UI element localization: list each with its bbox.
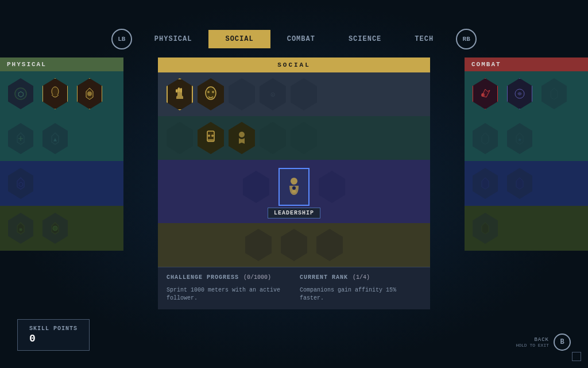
center-badge-2-3[interactable] — [229, 122, 255, 154]
challenge-col: CHALLENGE PROGRESS (0/1000) Sprint 1000 … — [167, 274, 288, 302]
svg-rect-23 — [180, 88, 182, 93]
rank-value: (1/4) — [353, 274, 370, 281]
svg-point-30 — [208, 135, 210, 137]
center-badge-1-4[interactable]: ⊙ — [260, 78, 286, 110]
left-badge-2-2[interactable]: ▲ — [40, 121, 70, 156]
back-sublabel: HOLD TO EXIT — [516, 343, 549, 348]
back-text: BACK HOLD TO EXIT — [516, 337, 549, 348]
center-badge-3-3[interactable] — [319, 171, 345, 203]
tab-physical[interactable]: PHYSICAL — [138, 30, 209, 48]
svg-point-31 — [211, 135, 214, 137]
right-badge-1-3[interactable] — [539, 76, 569, 112]
center-badge-2-5[interactable] — [291, 122, 317, 154]
svg-point-33 — [239, 132, 245, 137]
svg-marker-15 — [551, 88, 558, 99]
rank-label: CURRENT RANK — [300, 274, 348, 281]
left-badge-4-2[interactable] — [40, 210, 70, 246]
right-row-3 — [465, 161, 588, 206]
tab-social[interactable]: SOCIAL — [208, 30, 270, 48]
skill-points-panel: SKILL POINTS 0 — [17, 319, 90, 351]
right-badge-2-1[interactable] — [470, 121, 500, 156]
right-panel-header: COMBAT — [465, 57, 588, 71]
leadership-badge[interactable]: LEADERSHIP — [278, 168, 310, 206]
svg-text:⊙: ⊙ — [270, 90, 276, 99]
center-badge-4-1[interactable] — [245, 229, 272, 261]
svg-point-2 — [52, 87, 59, 96]
right-badge-3-1[interactable] — [470, 166, 500, 201]
tab-science[interactable]: SCIENCE — [332, 30, 398, 48]
tab-tech[interactable]: TECH — [398, 30, 450, 48]
back-button-area: BACK HOLD TO EXIT B — [516, 334, 571, 351]
svg-marker-21 — [482, 223, 489, 234]
right-badge-1-1[interactable] — [470, 76, 500, 112]
center-badge-1-1[interactable] — [167, 78, 193, 110]
skill-tooltip: LEADERSHIP — [268, 208, 320, 218]
svg-rect-32 — [208, 139, 214, 141]
svg-point-26 — [207, 91, 210, 93]
center-row-3: LEADERSHIP — [158, 160, 430, 223]
rb-button[interactable]: RB — [456, 29, 477, 49]
lb-button[interactable]: LB — [111, 29, 132, 49]
center-badge-1-3[interactable] — [229, 78, 255, 110]
center-badge-3-1[interactable] — [243, 171, 269, 203]
center-badge-2-1[interactable] — [167, 122, 193, 154]
svg-marker-20 — [516, 178, 523, 189]
info-panel: CHALLENGE PROGRESS (0/1000) Sprint 1000 … — [158, 267, 430, 309]
small-square-button[interactable] — [572, 352, 581, 361]
right-badge-2-2[interactable]: ★ — [505, 121, 535, 156]
skill-points-label: SKILL POINTS — [29, 325, 78, 332]
left-badge-2-1[interactable] — [6, 121, 36, 156]
left-row-2: ▲ — [0, 116, 123, 161]
right-badge-1-2[interactable] — [505, 76, 535, 112]
center-badge-2-4[interactable] — [260, 122, 286, 154]
svg-point-34 — [291, 178, 297, 185]
right-badge-3-2[interactable] — [505, 166, 535, 201]
center-row-1: ⊙ — [158, 72, 430, 116]
svg-marker-19 — [482, 178, 489, 189]
svg-text:❋: ❋ — [19, 226, 23, 233]
center-badge-4-2[interactable] — [281, 229, 307, 261]
right-row-1 — [465, 71, 588, 116]
right-badge-4-1[interactable] — [470, 210, 500, 246]
left-row-4: ❋ — [0, 206, 123, 251]
left-panel: PHYSICAL ⬡ ▲ — [0, 57, 123, 251]
top-navigation: LB PHYSICAL SOCIAL COMBAT SCIENCE TECH R… — [87, 29, 501, 49]
skill-points-value: 0 — [29, 333, 78, 344]
center-panel: SOCIAL ⊙ — [158, 57, 430, 309]
svg-point-12 — [53, 226, 57, 231]
skill-tabs: PHYSICAL SOCIAL COMBAT SCIENCE TECH — [138, 30, 450, 48]
left-panel-header: PHYSICAL — [0, 57, 123, 71]
center-badge-1-2[interactable] — [198, 78, 224, 110]
left-badge-1-2[interactable] — [40, 76, 70, 112]
svg-point-35 — [292, 186, 296, 190]
challenge-label: CHALLENGE PROGRESS — [167, 274, 239, 281]
svg-point-27 — [212, 91, 214, 93]
right-row-4 — [465, 206, 588, 251]
left-row-1: ⬡ — [0, 71, 123, 116]
center-row-2 — [158, 116, 430, 160]
center-badge-2-2[interactable] — [198, 122, 224, 154]
svg-text:⬡: ⬡ — [18, 182, 24, 188]
left-badge-3-1[interactable]: ⬡ — [6, 166, 36, 201]
svg-point-3 — [87, 91, 92, 96]
right-row-2: ★ — [465, 116, 588, 161]
center-panel-header: SOCIAL — [158, 57, 430, 72]
left-badge-1-1[interactable]: ⬡ — [6, 76, 36, 112]
svg-point-13 — [481, 93, 485, 97]
rank-desc: Companions gain affinity 15% faster. — [300, 286, 421, 302]
left-row-3: ⬡ — [0, 161, 123, 206]
challenge-value: (0/1000) — [243, 274, 271, 281]
center-badge-1-5[interactable] — [291, 78, 317, 110]
challenge-desc: Sprint 1000 meters with an active follow… — [167, 286, 288, 302]
right-panel: COMBAT ★ — [465, 57, 588, 251]
center-row-4 — [158, 223, 430, 267]
back-b-button[interactable]: B — [554, 334, 571, 351]
svg-marker-16 — [482, 133, 489, 144]
left-badge-1-3[interactable] — [75, 76, 105, 112]
svg-text:⬡: ⬡ — [18, 91, 24, 99]
center-badge-4-3[interactable] — [316, 229, 343, 261]
left-badge-4-1[interactable]: ❋ — [6, 210, 36, 246]
tab-combat[interactable]: COMBAT — [270, 30, 332, 48]
svg-rect-22 — [178, 87, 180, 92]
svg-rect-24 — [176, 89, 177, 93]
